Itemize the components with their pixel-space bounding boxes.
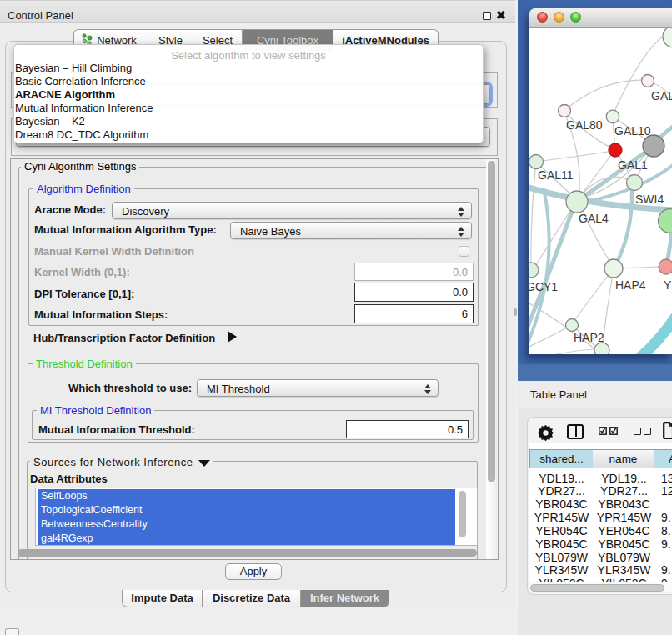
svg-text:GAL: GAL <box>651 89 672 102</box>
svg-text:HAP2: HAP2 <box>574 331 604 344</box>
svg-text:GCY1: GCY1 <box>529 280 558 293</box>
svg-text:GAL80: GAL80 <box>566 118 603 132</box>
svg-text:GAL10: GAL10 <box>614 124 651 138</box>
svg-text:SWI4: SWI4 <box>635 192 664 206</box>
svg-text:HAP4: HAP4 <box>615 278 646 292</box>
svg-text:GAL11: GAL11 <box>538 168 574 182</box>
svg-text:GAL4: GAL4 <box>579 212 609 225</box>
svg-text:GAL1: GAL1 <box>618 158 648 172</box>
svg-text:Y: Y <box>664 278 672 292</box>
